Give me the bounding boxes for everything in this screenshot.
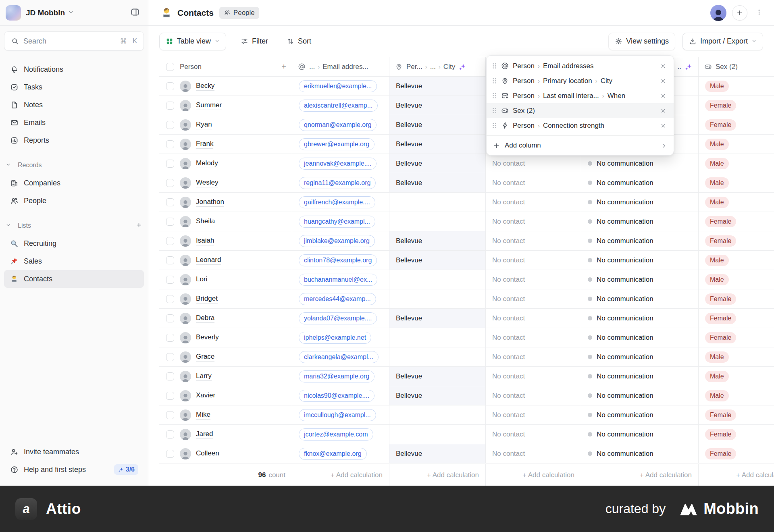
sort-button[interactable]: Sort (283, 33, 315, 50)
email-pill[interactable]: buchananmanuel@ex... (299, 274, 377, 286)
email-pill[interactable]: yolanda07@example.... (299, 312, 377, 324)
sex-pill[interactable]: Female (705, 216, 736, 227)
email-pill[interactable]: regina11@example.org (299, 177, 376, 189)
person-name[interactable]: Wesley (196, 179, 218, 187)
row-checkbox[interactable] (166, 392, 174, 400)
sex-pill[interactable]: Male (705, 351, 729, 363)
row-checkbox[interactable] (166, 82, 174, 90)
filter-button[interactable]: Filter (237, 33, 272, 50)
email-pill[interactable]: nicolas90@example.... (299, 390, 375, 402)
email-pill[interactable]: qnorman@example.org (299, 119, 377, 131)
email-pill[interactable]: jcortez@example.com (299, 428, 373, 441)
person-name[interactable]: Debra (196, 314, 214, 323)
email-pill[interactable]: gailfrench@example.... (299, 196, 375, 208)
sex-pill[interactable]: Female (705, 100, 736, 111)
sidebar-item-help-and-first-steps[interactable]: Help and first steps3/6 (4, 461, 144, 478)
sidebar-list-sales[interactable]: Sales (4, 252, 144, 270)
column-header-person[interactable]: Person+ (159, 57, 292, 76)
row-checkbox[interactable] (166, 276, 174, 284)
email-pill[interactable]: fknox@example.org (299, 448, 367, 460)
close-icon[interactable] (659, 121, 668, 130)
column-header-sex[interactable]: Sex (2) (699, 57, 774, 76)
column-header-email[interactable]: ...›Email addres... (292, 57, 389, 76)
email-pill[interactable]: huangcathy@exampl... (299, 216, 375, 228)
close-icon[interactable] (659, 62, 668, 71)
user-avatar[interactable] (710, 5, 726, 21)
email-pill[interactable]: erikmueller@example... (299, 80, 377, 92)
person-name[interactable]: Frank (196, 140, 213, 149)
row-checkbox[interactable] (166, 160, 174, 168)
close-icon[interactable] (659, 91, 668, 100)
sex-pill[interactable]: Female (705, 448, 736, 459)
close-icon[interactable] (659, 106, 668, 115)
column-header-city[interactable]: Per...›...›City (389, 57, 486, 76)
object-badge-people[interactable]: People (219, 7, 259, 19)
email-pill[interactable]: alexiscantrell@examp... (299, 100, 378, 112)
sidebar-item-tasks[interactable]: Tasks (4, 78, 144, 96)
person-name[interactable]: Leonard (196, 256, 221, 265)
sex-pill[interactable]: Male (705, 81, 729, 92)
row-checkbox[interactable] (166, 179, 174, 187)
sidebar-list-contacts[interactable]: Contacts (4, 270, 144, 288)
add-calculation-button[interactable]: + Add calculation (736, 471, 774, 479)
add-column-button[interactable]: Add column (487, 136, 674, 155)
sex-pill[interactable]: Female (705, 409, 736, 421)
sidebar-item-notifications[interactable]: Notifications (4, 60, 144, 78)
table-view-button[interactable]: Table view (159, 33, 226, 50)
person-name[interactable]: Colleen (196, 449, 219, 458)
person-name[interactable]: Jonathon (196, 198, 224, 207)
email-pill[interactable]: mercedes44@examp... (299, 293, 376, 305)
sidebar-toggle-icon[interactable] (130, 7, 140, 19)
popover-column-item[interactable]: Person›Email addresses (487, 58, 674, 73)
add-list-icon[interactable] (135, 222, 142, 230)
sex-pill[interactable]: Male (705, 371, 729, 382)
row-checkbox[interactable] (166, 102, 174, 110)
email-pill[interactable]: maria32@example.org (299, 370, 375, 382)
sidebar-item-companies[interactable]: Companies (4, 174, 144, 192)
email-pill[interactable]: gbrewer@example.org (299, 138, 375, 150)
person-name[interactable]: Bridget (196, 295, 218, 303)
sidebar-section-records[interactable]: Records (0, 158, 148, 172)
row-checkbox[interactable] (166, 353, 174, 361)
close-icon[interactable] (659, 77, 668, 85)
person-name[interactable]: Lori (196, 275, 207, 284)
sidebar-item-emails[interactable]: Emails (4, 114, 144, 131)
email-pill[interactable]: clinton78@example.org (299, 254, 377, 266)
quick-add-button[interactable] (732, 5, 747, 21)
row-checkbox[interactable] (166, 372, 174, 380)
person-name[interactable]: Grace (196, 353, 214, 362)
row-checkbox[interactable] (166, 218, 174, 226)
sidebar-item-reports[interactable]: Reports (4, 131, 144, 149)
row-checkbox[interactable] (166, 450, 174, 458)
row-checkbox[interactable] (166, 256, 174, 264)
sidebar-item-notes[interactable]: Notes (4, 96, 144, 114)
person-name[interactable]: Larry (196, 372, 212, 381)
sidebar-list-recruiting[interactable]: Recruiting (4, 235, 144, 252)
sex-pill[interactable]: Female (705, 332, 736, 343)
email-pill[interactable]: clarkeangela@exampl... (299, 351, 379, 363)
row-checkbox[interactable] (166, 430, 174, 438)
row-checkbox[interactable] (166, 198, 174, 206)
person-name[interactable]: Mike (196, 411, 210, 420)
row-checkbox[interactable] (166, 140, 174, 148)
sex-pill[interactable]: Male (705, 390, 729, 401)
sidebar-item-people[interactable]: People (4, 192, 144, 210)
person-name[interactable]: Becky (196, 82, 214, 91)
sex-pill[interactable]: Female (705, 429, 736, 440)
email-pill[interactable]: iphelps@example.net (299, 332, 371, 344)
sex-pill[interactable]: Female (705, 235, 736, 247)
add-calculation-button[interactable]: + Add calculation (331, 471, 383, 479)
sex-pill[interactable]: Male (705, 197, 729, 208)
person-name[interactable]: Melody (196, 159, 218, 168)
popover-column-item[interactable]: Person›Primary location›City (487, 73, 674, 88)
person-name[interactable]: Sheila (196, 217, 215, 226)
person-name[interactable]: Ryan (196, 121, 212, 129)
add-calculation-button[interactable]: + Add calculation (522, 471, 574, 479)
view-settings-button[interactable]: View settings (608, 33, 675, 50)
row-checkbox[interactable] (166, 411, 174, 419)
row-checkbox[interactable] (166, 334, 174, 342)
sex-pill[interactable]: Female (705, 293, 736, 305)
select-all-checkbox[interactable] (166, 63, 174, 71)
import-export-button[interactable]: Import / Export (682, 33, 763, 50)
sidebar-section-lists[interactable]: Lists (0, 218, 148, 233)
